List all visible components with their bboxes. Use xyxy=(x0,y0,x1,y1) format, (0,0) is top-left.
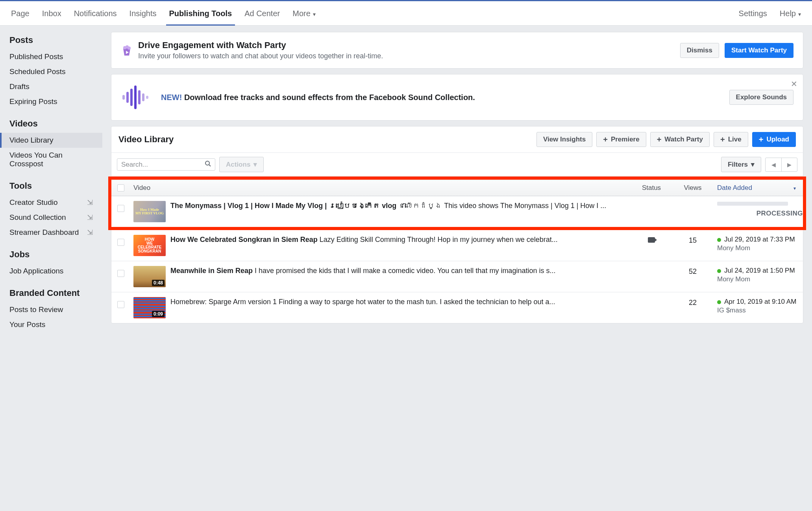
select-all-checkbox[interactable] xyxy=(117,184,124,191)
next-page-button[interactable]: ▶ xyxy=(781,158,797,171)
video-library-panel: Video Library View Insights +Premiere +W… xyxy=(111,126,803,323)
external-link-icon: ⇲ xyxy=(87,198,93,207)
sidebar-item-label: Sound Collection xyxy=(9,213,66,222)
sidebar-item-posts-to-review[interactable]: Posts to Review xyxy=(0,302,102,317)
watch-party-button[interactable]: +Watch Party xyxy=(650,132,710,147)
close-icon[interactable]: ✕ xyxy=(791,79,797,89)
date-cell: Jul 29, 2019 at 7:33 PM Mony Mom xyxy=(712,235,803,256)
tab-help[interactable]: Help▾ xyxy=(773,1,807,25)
chevron-down-icon: ▾ xyxy=(253,160,257,169)
video-title[interactable]: Homebrew: Sparge Arm version 1 Finding a… xyxy=(170,297,555,318)
dismiss-button[interactable]: Dismiss xyxy=(680,43,719,58)
actions-dropdown[interactable]: Actions ▾ xyxy=(219,157,264,172)
tab-page[interactable]: Page xyxy=(5,1,36,25)
sidebar-item-scheduled-posts[interactable]: Scheduled Posts xyxy=(0,64,102,79)
svg-point-2 xyxy=(128,46,131,50)
svg-rect-8 xyxy=(138,90,141,104)
table-row: HOWWECELEBRATESONGKRAN How We Celebrated… xyxy=(111,230,803,261)
svg-rect-9 xyxy=(142,93,144,101)
video-thumbnail[interactable]: 0:09 xyxy=(133,297,166,318)
view-insights-button[interactable]: View Insights xyxy=(536,132,592,147)
live-button[interactable]: +Live xyxy=(714,132,748,147)
status-dot-icon xyxy=(717,269,721,273)
sidebar-section-jobs: Jobs xyxy=(0,247,102,264)
tab-notifications[interactable]: Notifications xyxy=(68,1,123,25)
table-header: Video Status Views Date Added ▾ xyxy=(111,180,803,196)
progress-bar xyxy=(717,202,788,206)
tab-publishing-tools[interactable]: Publishing Tools xyxy=(163,1,239,25)
date-cell: Jul 24, 2019 at 1:50 PM Mony Mom xyxy=(712,266,803,287)
sidebar-section-posts: Posts xyxy=(0,33,102,49)
prev-page-button[interactable]: ◀ xyxy=(766,158,781,171)
row-checkbox[interactable] xyxy=(117,205,124,212)
svg-line-12 xyxy=(209,165,211,166)
svg-rect-7 xyxy=(134,85,137,109)
start-watch-party-button[interactable]: Start Watch Party xyxy=(725,43,794,58)
video-title[interactable]: Meanwhile in Siem Reap I have promised t… xyxy=(170,266,555,287)
tab-insights[interactable]: Insights xyxy=(123,1,163,25)
external-link-icon: ⇲ xyxy=(87,228,93,237)
tab-settings[interactable]: Settings xyxy=(732,1,773,25)
sidebar-item-label: Streamer Dashboard xyxy=(9,228,79,237)
sidebar-item-crosspost-videos[interactable]: Videos You Can Crosspost xyxy=(0,148,102,171)
row-checkbox[interactable] xyxy=(117,239,124,246)
video-title[interactable]: The Monymass | Vlog 1 | How I Made My Vl… xyxy=(170,201,606,222)
table-row: 0:48 Meanwhile in Siem Reap I have promi… xyxy=(111,261,803,292)
sidebar-item-your-posts[interactable]: Your Posts xyxy=(0,317,102,332)
premiere-button[interactable]: +Premiere xyxy=(596,132,646,147)
row-checkbox[interactable] xyxy=(117,270,124,277)
search-input[interactable] xyxy=(121,161,205,169)
filters-dropdown[interactable]: Filters ▾ xyxy=(721,157,761,172)
sidebar: Posts Published Posts Scheduled Posts Dr… xyxy=(0,26,102,345)
sidebar-item-published-posts[interactable]: Published Posts xyxy=(0,49,102,64)
sidebar-item-video-library[interactable]: Video Library xyxy=(0,133,102,148)
svg-rect-4 xyxy=(122,95,125,100)
chevron-down-icon: ▾ xyxy=(751,160,755,169)
duration-badge: 0:09 xyxy=(152,311,165,317)
sidebar-item-creator-studio[interactable]: Creator Studio ⇲ xyxy=(0,195,102,210)
column-status: Status xyxy=(630,180,673,196)
sidebar-section-branded: Branded Content xyxy=(0,286,102,302)
explore-sounds-button[interactable]: Explore Sounds xyxy=(729,90,794,105)
sidebar-section-tools: Tools xyxy=(0,178,102,195)
svg-rect-6 xyxy=(130,89,133,106)
column-date-added[interactable]: Date Added ▾ xyxy=(712,180,803,196)
video-thumbnail[interactable]: HOWWECELEBRATESONGKRAN xyxy=(133,235,166,256)
views-value: 52 xyxy=(673,266,712,280)
chevron-down-icon: ▾ xyxy=(313,11,316,17)
views-value xyxy=(673,201,712,206)
duration-badge: 0:48 xyxy=(152,280,165,286)
camera-icon xyxy=(648,237,655,243)
status-dot-icon xyxy=(717,300,721,304)
search-input-wrapper xyxy=(117,158,215,171)
sidebar-item-sound-collection[interactable]: Sound Collection ⇲ xyxy=(0,210,102,225)
upload-button[interactable]: +Upload xyxy=(752,132,796,147)
watch-party-banner: Drive Engagement with Watch Party Invite… xyxy=(111,32,803,69)
author-label: Mony Mom xyxy=(717,244,803,252)
tab-ad-center[interactable]: Ad Center xyxy=(238,1,286,25)
video-thumbnail[interactable]: 0:48 xyxy=(133,266,166,287)
row-checkbox[interactable] xyxy=(117,301,124,308)
sort-caret-icon: ▾ xyxy=(794,186,796,191)
search-icon xyxy=(205,160,211,169)
panel-title: Video Library xyxy=(118,134,533,145)
views-value: 15 xyxy=(673,235,712,249)
video-title[interactable]: How We Celebrated Songkran in Siem Reap … xyxy=(170,235,558,256)
status-dot-icon xyxy=(717,238,721,242)
date-cell: PROCESSING xyxy=(712,201,803,221)
processing-label: PROCESSING xyxy=(717,210,803,217)
column-video: Video xyxy=(130,180,630,196)
sidebar-item-drafts[interactable]: Drafts xyxy=(0,79,102,94)
watch-party-title: Drive Engagement with Watch Party xyxy=(138,40,675,50)
sidebar-item-expiring-posts[interactable]: Expiring Posts xyxy=(0,94,102,109)
tab-more[interactable]: More▾ xyxy=(286,1,322,25)
svg-point-11 xyxy=(205,161,209,165)
sidebar-item-streamer-dashboard[interactable]: Streamer Dashboard ⇲ xyxy=(0,225,102,240)
table-row: How I MadeMY FIRST VLOG The Monymass | V… xyxy=(111,196,803,227)
sidebar-item-job-applications[interactable]: Job Applications xyxy=(0,264,102,279)
video-thumbnail[interactable]: How I MadeMY FIRST VLOG xyxy=(133,201,166,222)
highlight-annotation: Video Status Views Date Added ▾ How I Ma… xyxy=(108,177,806,230)
tab-inbox[interactable]: Inbox xyxy=(36,1,68,25)
chevron-down-icon: ▾ xyxy=(798,11,801,17)
sound-waves-icon xyxy=(121,83,149,111)
